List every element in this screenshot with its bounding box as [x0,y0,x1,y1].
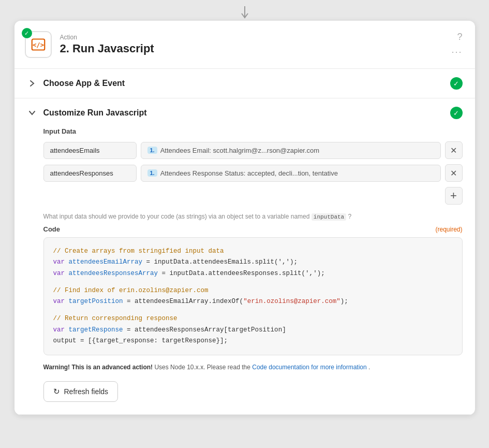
code-line-6: // Return corresponding response [53,313,453,324]
action-title: 2. Run Javascript [60,42,452,55]
warning-period: . [368,364,370,371]
customize-body: Input Data 1. Attendees Email: scott.hal… [14,127,475,414]
more-icon[interactable]: ··· [451,47,462,57]
code-docs-link[interactable]: Code documentation for more information [252,364,366,371]
chevron-down-icon [27,108,37,118]
page-wrapper: ✓ </> Action 2. Run Javascript ? ··· [0,0,489,448]
code-blank-1 [53,279,453,285]
flow-arrow [240,6,250,21]
action-label: Action [60,34,452,41]
add-field-button[interactable]: + [445,187,463,205]
code-line-1: // Create arrays from stringified input … [53,246,453,257]
warning-bold: Warning! This is an advanced action! [43,364,153,371]
input-data-var-code: inputData [312,213,346,221]
code-line-7: var targetResponse = attendeesResponsesA… [53,325,453,336]
chip-2: 1. [147,169,157,177]
input-key-1[interactable] [43,142,137,159]
customize-title: Customize Run Javascript [43,108,450,118]
help-text: What input data should we provide to you… [43,213,463,220]
code-line-4: // Find index of erin.ozolins@zapier.com [53,285,453,296]
code-line-3: var attendeesResponsesArray = inputData.… [53,268,453,279]
choose-app-title: Choose App & Event [43,79,450,88]
remove-btn-1[interactable]: ✕ [445,141,463,159]
header-text: Action 2. Run Javascript [60,34,452,55]
card-header: ✓ </> Action 2. Run Javascript ? ··· [14,21,475,69]
svg-text:</>: </> [32,41,43,49]
val-text-2: Attendees Response Status: accepted, dec… [160,169,338,177]
remove-btn-2[interactable]: ✕ [445,164,463,182]
input-data-label: Input Data [43,127,463,135]
warning-body: Uses Node 10.x.x. Please read the [154,364,252,371]
input-value-2[interactable]: 1. Attendees Response Status: accepted, … [141,165,441,182]
help-icon[interactable]: ? [457,32,462,42]
val-text-1: Attendees Email: scott.halgrim@z...rson@… [160,147,319,154]
refresh-icon: ↻ [53,387,60,396]
code-line-8: output = [{target_response: targetRespon… [53,336,453,346]
customize-header[interactable]: Customize Run Javascript ✓ [14,98,475,127]
input-value-1[interactable]: 1. Attendees Email: scott.halgrim@z...rs… [141,142,441,159]
customize-section: Customize Run Javascript ✓ Input Data 1.… [14,98,475,415]
choose-app-header[interactable]: Choose App & Event ✓ [14,69,475,98]
input-row-1: 1. Attendees Email: scott.halgrim@z...rs… [43,141,463,159]
chevron-right-icon [27,78,37,89]
header-actions: ? ··· [451,32,462,57]
code-label-row: Code (required) [43,225,463,233]
code-label: Code [43,225,61,233]
refresh-label: Refresh fields [64,387,109,396]
refresh-fields-button[interactable]: ↻ Refresh fields [43,381,118,402]
main-card: ✓ </> Action 2. Run Javascript ? ··· [14,21,475,415]
code-blank-2 [53,307,453,313]
choose-app-section: Choose App & Event ✓ [14,69,475,98]
required-label: (required) [435,226,462,233]
chip-1: 1. [147,147,157,154]
action-icon: ✓ </> [25,31,52,58]
input-row-2: 1. Attendees Response Status: accepted, … [43,164,463,182]
check-badge: ✓ [22,28,32,38]
choose-app-check: ✓ [450,77,463,90]
code-editor[interactable]: // Create arrays from stringified input … [43,237,463,355]
customize-check: ✓ [450,107,463,119]
warning-text: Warning! This is an advanced action! Use… [43,364,463,371]
input-key-2[interactable] [43,165,137,182]
code-line-2: var attendeesEmailArray = inputData.atte… [53,257,453,268]
code-line-5: var targetPosition = attendeesEmailArray… [53,296,453,307]
